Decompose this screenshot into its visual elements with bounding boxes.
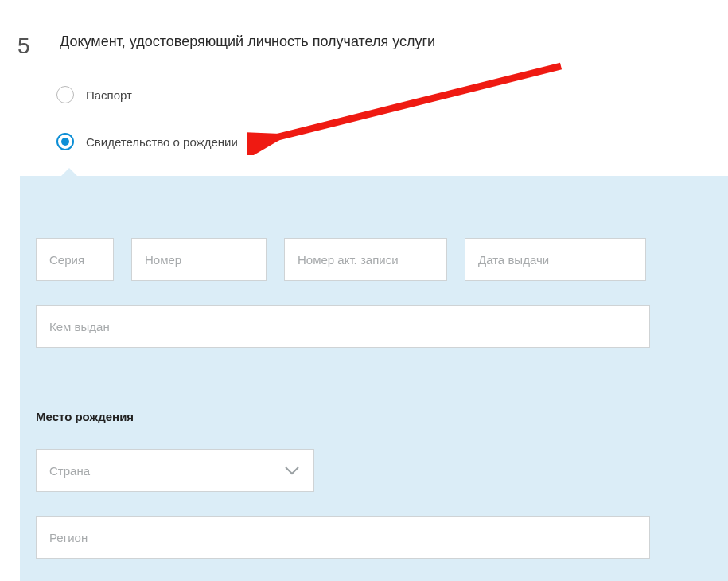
document-form-panel: Место рождения xyxy=(20,176,728,581)
number-field[interactable] xyxy=(131,238,267,281)
radio-circle-selected-icon xyxy=(56,133,74,150)
region-field[interactable] xyxy=(36,516,650,559)
radio-circle-icon xyxy=(56,86,74,103)
radio-birth-certificate-label: Свидетельство о рождении xyxy=(86,135,238,149)
document-fields-row xyxy=(36,238,712,281)
act-record-number-field[interactable] xyxy=(284,238,447,281)
issue-date-field[interactable] xyxy=(465,238,646,281)
document-type-radio-group: Паспорт Свидетельство о рождении xyxy=(56,86,728,150)
radio-passport-label: Паспорт xyxy=(86,88,132,102)
radio-passport[interactable]: Паспорт xyxy=(56,86,728,103)
step-number: 5 xyxy=(18,33,30,59)
birthplace-subheading: Место рождения xyxy=(36,410,712,423)
step-title: Документ, удостоверяющий личность получа… xyxy=(60,33,728,50)
radio-birth-certificate[interactable]: Свидетельство о рождении xyxy=(56,133,728,150)
issued-by-field[interactable] xyxy=(36,305,650,348)
country-select[interactable] xyxy=(36,449,314,492)
country-select-input[interactable] xyxy=(36,449,314,492)
series-field[interactable] xyxy=(36,238,114,281)
